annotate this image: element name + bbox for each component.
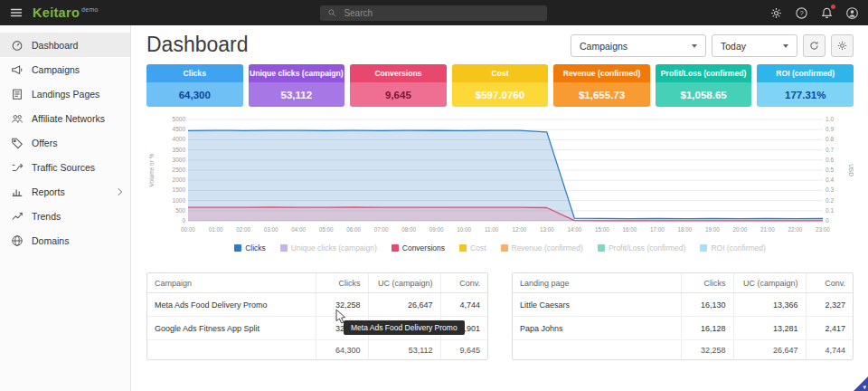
sidebar-item-trends[interactable]: Trends: [0, 204, 130, 228]
legend-swatch: [234, 244, 241, 252]
svg-text:03:00: 03:00: [264, 226, 278, 233]
logo[interactable]: Keitarodemo: [33, 5, 99, 20]
column-header-uc-campaign[interactable]: UC (campaign): [733, 273, 806, 293]
help-icon[interactable]: ?: [795, 6, 808, 20]
svg-text:05:00: 05:00: [319, 226, 334, 233]
column-header-uc-campaign[interactable]: UC (campaign): [368, 273, 440, 293]
campaigns-table: CampaignClicksUC (campaign)Conv.Meta Ads…: [146, 272, 488, 360]
notifications-bell-icon[interactable]: [820, 6, 834, 20]
svg-text:09:00: 09:00: [429, 226, 444, 233]
metric-label: Conversions: [350, 64, 447, 82]
tag-icon: [11, 137, 24, 149]
metric-card-profit-loss-confirmed[interactable]: Profit/Loss (confirmed)$1,058.65: [656, 64, 752, 107]
logo-demo-badge: demo: [81, 6, 99, 13]
legend-swatch: [598, 244, 605, 252]
legend-swatch: [501, 244, 508, 252]
metric-card-revenue-confirmed[interactable]: Revenue (confirmed)$1,655.73: [553, 64, 650, 107]
svg-text:22:00: 22:00: [788, 226, 803, 233]
legend-item-conversions[interactable]: Conversions: [392, 243, 445, 253]
svg-text:20:00: 20:00: [733, 226, 748, 233]
users-icon: [11, 112, 24, 125]
total-cell: 26,647: [733, 340, 806, 360]
chevron-down-icon: [783, 44, 788, 48]
sidebar-item-traffic-sources[interactable]: Traffic Sources: [0, 155, 130, 179]
legend-item-unique-clicks-campaign[interactable]: Unique clicks (campaign): [280, 243, 377, 253]
metric-value: $597.0760: [452, 82, 549, 107]
svg-text:4000: 4000: [173, 136, 186, 142]
svg-text:3000: 3000: [173, 157, 186, 163]
svg-text:1.0: 1.0: [826, 116, 834, 122]
column-header-landing-page[interactable]: Landing page: [513, 273, 681, 293]
svg-text:06:00: 06:00: [346, 226, 361, 233]
dashboard-settings-button[interactable]: [831, 34, 854, 57]
sidebar-item-campaigns[interactable]: Campaigns: [0, 57, 130, 81]
metric-value: 177.31%: [757, 82, 854, 107]
logo-text: Keitaro: [33, 5, 80, 20]
sidebar-item-dashboard[interactable]: Dashboard: [0, 33, 130, 57]
search-input[interactable]: [342, 7, 540, 19]
sidebar-item-label: Offers: [32, 138, 57, 148]
sidebar-item-label: Campaigns: [32, 64, 80, 75]
legend-label: Cost: [470, 243, 486, 253]
svg-text:1500: 1500: [173, 186, 186, 193]
numeric-cell: 13,366: [733, 293, 806, 317]
row-tooltip: Meta Ads Food Delivery Promo: [344, 320, 465, 335]
row-title-cell: Meta Ads Food Delivery Promo: [147, 293, 316, 317]
metric-card-conversions[interactable]: Conversions9,645: [350, 64, 447, 107]
sidebar-item-label: Trends: [32, 211, 61, 222]
sidebar-item-landings-pages[interactable]: Landings Pages: [0, 81, 130, 106]
legend-item-roi-confirmed[interactable]: ROI (confirmed): [700, 243, 765, 253]
svg-text:17:00: 17:00: [650, 226, 665, 233]
metric-value: 53,112: [249, 82, 345, 107]
svg-text:4500: 4500: [173, 126, 186, 132]
metric-card-clicks[interactable]: Clicks64,300: [146, 64, 243, 107]
metric-card-unique-clicks-campaign[interactable]: Unique clicks (campaign)53,112: [249, 64, 345, 107]
table-row[interactable]: Little Caesars16,13013,3662,327: [513, 293, 853, 317]
svg-text:21:00: 21:00: [760, 226, 775, 233]
column-header-clicks[interactable]: Clicks: [681, 273, 733, 293]
metric-card-roi-confirmed[interactable]: ROI (confirmed)177.31%: [757, 64, 854, 107]
column-header-clicks[interactable]: Clicks: [316, 273, 368, 293]
svg-text:08:00: 08:00: [401, 226, 416, 233]
total-cell: 64,300: [316, 340, 368, 360]
numeric-cell: 32,258: [316, 293, 368, 317]
settings-gear-icon[interactable]: [769, 6, 783, 20]
menu-icon[interactable]: [9, 5, 24, 20]
column-header-conv[interactable]: Conv.: [806, 273, 853, 293]
landing-pages-table: Landing pageClicksUC (campaign)Conv.Litt…: [512, 272, 854, 360]
svg-text:23:00: 23:00: [816, 226, 830, 233]
table-row[interactable]: Meta Ads Food Delivery Promo32,25826,647…: [147, 293, 487, 317]
campaigns-filter-value: Campaigns: [580, 41, 627, 52]
campaigns-filter-select[interactable]: Campaigns: [571, 34, 706, 57]
sidebar-item-reports[interactable]: Reports: [0, 179, 130, 204]
date-range-value: Today: [721, 41, 746, 52]
svg-text:0.6: 0.6: [826, 157, 834, 163]
sidebar-item-affiliate-networks[interactable]: Affiliate Networks: [0, 106, 130, 130]
account-icon[interactable]: [845, 6, 859, 20]
legend-item-clicks[interactable]: Clicks: [234, 243, 266, 253]
legend-swatch: [392, 244, 399, 252]
column-header-campaign[interactable]: Campaign: [147, 273, 316, 293]
svg-text:0: 0: [826, 217, 829, 224]
svg-text:15:00: 15:00: [595, 226, 609, 233]
legend-item-revenue-confirmed[interactable]: Revenue (confirmed): [501, 243, 583, 253]
svg-text:2500: 2500: [173, 167, 186, 173]
total-cell: [147, 340, 316, 360]
legend-item-cost[interactable]: Cost: [459, 243, 486, 253]
table-row[interactable]: Papa Johns16,12813,2812,417: [513, 317, 853, 340]
legend-label: Unique clicks (campaign): [291, 243, 377, 253]
svg-text:04:00: 04:00: [291, 226, 306, 233]
metric-value: 64,300: [146, 82, 243, 107]
column-header-conv[interactable]: Conv.: [440, 273, 487, 293]
total-cell: 9,645: [440, 340, 487, 360]
legend-item-profit-loss-confirmed[interactable]: Profit/Loss (confirmed): [598, 243, 686, 253]
numeric-cell: 2,417: [806, 317, 853, 340]
sidebar-item-domains[interactable]: Domains: [0, 228, 130, 253]
sidebar-item-offers[interactable]: Offers: [0, 130, 130, 155]
date-range-select[interactable]: Today: [712, 34, 797, 57]
topbar-actions: ?: [769, 6, 859, 20]
refresh-button[interactable]: [803, 34, 826, 57]
summary-tables: CampaignClicksUC (campaign)Conv.Meta Ads…: [146, 272, 854, 360]
caret-down-icon: ▾: [863, 384, 866, 391]
metric-card-cost[interactable]: Cost$597.0760: [452, 64, 549, 107]
